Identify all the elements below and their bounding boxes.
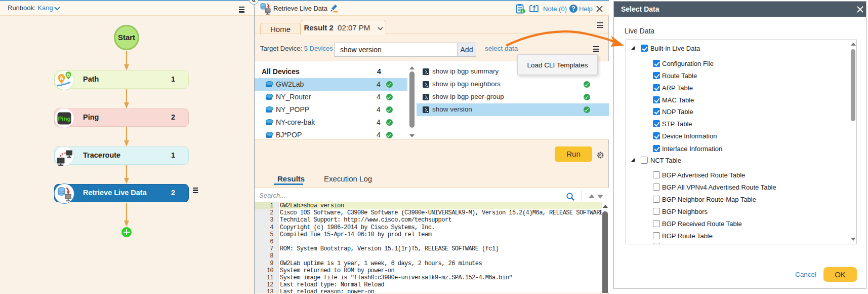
svg-text:A: A (60, 75, 64, 81)
svg-text:Ping: Ping (58, 116, 71, 122)
svg-text:B: B (67, 72, 70, 78)
